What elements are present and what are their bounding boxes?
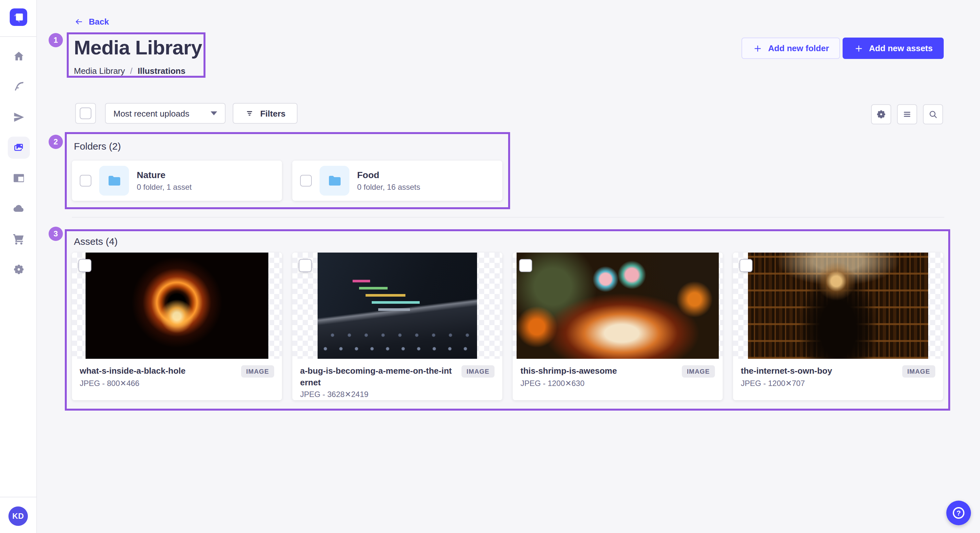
asset-type-badge: IMAGE <box>902 365 935 378</box>
add-new-folder-button[interactable]: Add new folder <box>741 38 840 59</box>
folder-card-nature[interactable]: Nature 0 folder, 1 asset <box>72 160 282 201</box>
asset-label: this-shrimp-is-awesome JPEG - 1200✕630 I… <box>513 359 723 394</box>
folder-card-food[interactable]: Food 0 folder, 16 assets <box>292 160 502 201</box>
avatar[interactable]: KD <box>8 506 28 526</box>
assets-heading: Assets (4) <box>74 236 118 247</box>
asset-image-black-hole <box>86 252 268 359</box>
asset-meta: JPEG - 3628✕2419 <box>300 390 456 399</box>
asset-card-internets-own-boy[interactable]: the-internet-s-own-boy JPEG - 1200✕707 I… <box>733 252 943 400</box>
question-mark-icon: ? <box>953 507 964 519</box>
annotation-badge-2: 2 <box>49 135 63 149</box>
gear-icon <box>12 263 25 276</box>
plus-icon <box>752 43 763 54</box>
search-icon <box>928 109 939 120</box>
asset-preview <box>513 252 723 359</box>
asset-image-library <box>748 252 928 359</box>
back-link[interactable]: Back <box>74 17 109 27</box>
folder-name: Food <box>357 170 420 180</box>
folder-name: Nature <box>137 170 191 180</box>
breadcrumb: Media Library / Illustrations <box>74 66 185 76</box>
asset-name: what-s-inside-a-black-hole <box>80 365 235 377</box>
help-button[interactable]: ? <box>946 501 971 525</box>
back-label: Back <box>89 17 109 27</box>
add-new-assets-label: Add new assets <box>869 43 933 53</box>
cart-icon <box>12 233 25 246</box>
folders-heading: Folders (2) <box>74 141 121 152</box>
folder-checkbox[interactable] <box>300 175 312 187</box>
sidebar-item-content-type-builder[interactable] <box>8 167 30 189</box>
asset-card-shrimp[interactable]: this-shrimp-is-awesome JPEG - 1200✕630 I… <box>513 252 723 400</box>
sidebar-item-cloud[interactable] <box>8 198 30 219</box>
asset-preview <box>292 252 502 359</box>
asset-name: this-shrimp-is-awesome <box>520 365 676 377</box>
sort-select-value: Most recent uploads <box>113 108 189 118</box>
asset-checkbox[interactable] <box>740 259 752 272</box>
sidebar-item-marketplace[interactable] <box>8 228 30 250</box>
page-title: Media Library <box>74 36 202 60</box>
annotation-badge-1: 1 <box>49 33 63 47</box>
layout-icon <box>12 171 25 185</box>
media-library-icon <box>12 141 25 154</box>
asset-type-badge: IMAGE <box>681 365 715 378</box>
sidebar-item-home[interactable] <box>8 45 30 67</box>
asset-checkbox[interactable] <box>299 259 312 272</box>
app: KD Back Media Library Media Library / Il… <box>0 0 980 533</box>
section-divider <box>72 217 944 217</box>
asset-name: the-internet-s-own-boy <box>741 365 897 377</box>
folder-meta: 0 folder, 16 assets <box>357 182 420 192</box>
folder-list: Nature 0 folder, 1 asset Food 0 folder, … <box>72 160 502 201</box>
view-settings-button[interactable] <box>871 104 891 124</box>
breadcrumb-current: Illustrations <box>138 66 185 76</box>
asset-meta: JPEG - 1200✕630 <box>520 379 676 388</box>
sidebar-item-settings[interactable] <box>8 259 30 281</box>
filter-icon <box>245 108 255 119</box>
select-all-checkbox[interactable] <box>80 108 91 119</box>
asset-type-badge: IMAGE <box>461 365 495 378</box>
add-new-folder-label: Add new folder <box>768 43 829 53</box>
asset-meta: JPEG - 800✕466 <box>80 379 235 388</box>
strapi-logo[interactable] <box>10 8 27 26</box>
asset-type-badge: IMAGE <box>241 365 274 378</box>
folder-checkbox[interactable] <box>80 175 91 187</box>
sidebar-item-releases[interactable] <box>8 106 30 128</box>
asset-card-black-hole[interactable]: what-s-inside-a-black-hole JPEG - 800✕46… <box>72 252 282 400</box>
back-arrow-icon <box>74 17 84 27</box>
asset-meta: JPEG - 1200✕707 <box>741 379 897 388</box>
filters-button[interactable]: Filters <box>233 103 298 124</box>
folder-icon-container <box>99 166 129 195</box>
sidebar-nav <box>0 45 37 281</box>
sidebar-item-media-library[interactable] <box>8 136 30 159</box>
asset-label: what-s-inside-a-black-hole JPEG - 800✕46… <box>72 359 282 394</box>
select-all-checkbox-button[interactable] <box>75 103 96 124</box>
asset-name: a-bug-is-becoming-a-meme-on-the-internet <box>300 365 456 388</box>
cloud-icon <box>12 202 25 215</box>
asset-checkbox[interactable] <box>78 259 91 272</box>
paper-plane-icon <box>12 111 25 124</box>
asset-list: what-s-inside-a-black-hole JPEG - 800✕46… <box>72 252 943 400</box>
list-view-button[interactable] <box>897 104 917 124</box>
folder-icon <box>106 173 122 189</box>
asset-preview <box>72 252 282 359</box>
chevron-down-icon <box>211 111 217 115</box>
asset-preview <box>733 252 943 359</box>
breadcrumb-separator: / <box>130 66 132 76</box>
search-button[interactable] <box>923 104 943 124</box>
sidebar-bottom-divider <box>0 497 36 497</box>
folder-icon-container <box>320 166 349 195</box>
asset-image-code-laptop <box>318 252 477 359</box>
breadcrumb-root[interactable]: Media Library <box>74 66 125 76</box>
sort-select[interactable]: Most recent uploads <box>105 103 226 124</box>
sidebar-item-content-manager[interactable] <box>8 76 30 98</box>
asset-image-shrimp <box>517 252 719 359</box>
folder-meta: 0 folder, 1 asset <box>137 182 191 192</box>
filters-label: Filters <box>260 108 285 118</box>
asset-checkbox[interactable] <box>519 259 532 272</box>
asset-label: the-internet-s-own-boy JPEG - 1200✕707 I… <box>733 359 943 394</box>
asset-label: a-bug-is-becoming-a-meme-on-the-internet… <box>292 359 502 405</box>
list-icon <box>902 109 913 120</box>
asset-card-bug-meme[interactable]: a-bug-is-becoming-a-meme-on-the-internet… <box>292 252 502 400</box>
folder-icon <box>327 173 342 189</box>
sidebar: KD <box>0 0 37 533</box>
add-new-assets-button[interactable]: Add new assets <box>842 38 944 59</box>
home-icon <box>12 50 25 63</box>
